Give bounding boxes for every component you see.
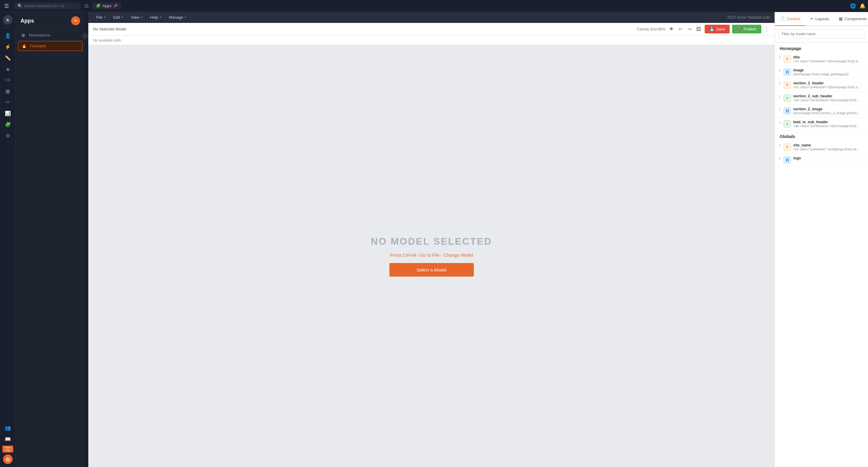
drag-handle[interactable]: ⠿ [778, 120, 781, 125]
div-icon: ≡ [784, 94, 791, 101]
left-panel-header: Apps + [16, 12, 85, 30]
list-item[interactable]: ⠿ T section_2_header <h1 class="pvlHeade… [775, 79, 868, 92]
item-name: title [793, 55, 864, 59]
item-value: <h1 class="pvlHeader">{{homepage.first()… [793, 85, 864, 89]
drag-handle[interactable]: ⠿ [778, 68, 781, 73]
item-value: <div class="pvlTextarea">{{homepage.firs… [793, 124, 864, 128]
chart-icon-btn[interactable]: ▦ [4, 87, 12, 96]
select-model-button[interactable]: Select a Model [390, 263, 474, 277]
brush-icon-btn[interactable]: ✏️ [3, 53, 13, 63]
lightning-icon-btn[interactable]: ⚡ [3, 42, 13, 52]
tab-label: Apps [102, 4, 112, 8]
filter-button[interactable]: ⚖ [84, 3, 89, 9]
drag-handle[interactable]: ⠿ [778, 55, 781, 60]
item-text: lead_in_sub_header <div class="pvlTextar… [793, 120, 864, 128]
list-item[interactable]: ⠿ T title <h1 class="pvlHeader">{{homepa… [775, 53, 868, 66]
item-name: image [793, 68, 864, 72]
power-button[interactable]: ⏻ [3, 454, 13, 464]
settings-icon-btn[interactable]: ⚙ [4, 131, 12, 141]
tab-content[interactable]: 📄 Content [775, 12, 805, 26]
help-menu[interactable]: Help ▼ [147, 14, 165, 21]
no-model-hint: Press Ctrl+M / Go to File - Change Model [390, 252, 473, 258]
file-menu[interactable]: File ▼ [93, 14, 109, 21]
undo-button[interactable]: ↩ [678, 25, 684, 33]
drag-handle[interactable]: ⠿ [778, 156, 781, 161]
canvas-main: NO MODEL SELECTED Press Ctrl+M / Go to F… [88, 45, 775, 467]
menu-bar: File ▼ Edit ▼ View ▼ Help ▼ Manage ▼ [88, 12, 775, 23]
globe-icon[interactable]: 🌐 [850, 3, 856, 9]
item-value: {{homepage.first().image.getImage()}} [793, 72, 864, 76]
sidebar-bottom: 👥 📖 #528e 02ae ⏻ [2, 423, 13, 464]
homepage-section-title: Homepage [775, 42, 868, 53]
type-icon: T [784, 144, 791, 151]
view-menu[interactable]: View ▼ [128, 14, 146, 21]
model-filter-input[interactable] [778, 30, 864, 38]
pin-icon: 📌 [113, 4, 118, 8]
collapse-panel-button[interactable]: ‹ [82, 33, 88, 39]
item-value: <h1 class="pvlHeader">{{homepage.first()… [793, 59, 864, 63]
badge-line2: 02ae [3, 449, 13, 452]
publish-label: Publish [744, 27, 756, 31]
avatar[interactable]: A [3, 15, 13, 25]
search-input[interactable] [24, 4, 78, 8]
save-label: Save [716, 27, 725, 31]
list-item[interactable]: ⠿ 🖼 image {{homepage.first().image.getIm… [775, 66, 868, 79]
path-text: No available path. [93, 38, 122, 42]
manage-label: Manage [169, 15, 183, 20]
item-name: lead_in_sub_header [793, 120, 864, 124]
list-item[interactable]: ⠿ ≡ lead_in_sub_header <div class="pvlTe… [775, 118, 868, 130]
content-tab-label: Content [786, 17, 801, 21]
list-item[interactable]: ⠿ 🖼 section_2_image {{homepage.first().s… [775, 104, 868, 118]
canvas-size-label: Canvas Size:80% [637, 27, 665, 31]
list-item[interactable]: ⠿ ≡ section_2_sub_header <div class="pvl… [775, 92, 868, 104]
item-text: title <h1 class="pvlHeader">{{homepage.f… [793, 55, 864, 63]
apps-tab[interactable]: 🧩 Apps 📌 [92, 2, 121, 9]
item-text: section_2_image {{homepage.first().secti… [793, 107, 864, 115]
instance-title: TEST Acme Template (LB) [727, 15, 770, 20]
right-panel: 📄 Content ✂ Layouts ▦ Components Homepag… [775, 12, 868, 467]
item-text: section_2_sub_header <div class="pvlText… [793, 94, 864, 102]
sidebar-item-marketplace[interactable]: ▦ Marketplace [16, 30, 85, 40]
tools-icon-btn[interactable]: ✂ [4, 98, 11, 107]
publish-button[interactable]: 🚀 Publish [732, 25, 761, 33]
tab-layouts[interactable]: ✂ Layouts [805, 12, 834, 26]
list-item[interactable]: ⠿ T site_name <h1 class="pvlHeader">{{cl… [775, 141, 868, 154]
edit-menu[interactable]: Edit ▼ [110, 14, 127, 21]
search-icon: 🔍 [18, 4, 22, 8]
add-app-button[interactable]: + [71, 16, 80, 25]
bell-icon[interactable]: 🔔 [860, 3, 866, 9]
person-icon-btn[interactable]: 👤 [3, 31, 13, 40]
drag-handle[interactable]: ⠿ [778, 143, 781, 148]
layouts-tab-label: Layouts [815, 17, 830, 21]
more-options-button[interactable]: ⋮ [764, 26, 770, 33]
item-text: section_2_header <h1 class="pvlHeader">{… [793, 81, 864, 89]
hamburger-button[interactable]: ☰ [2, 1, 11, 10]
code-icon-btn[interactable]: <> [3, 75, 12, 85]
puzzle-icon-btn[interactable]: 🧩 [3, 120, 13, 129]
right-panel-content: Homepage ⠿ T title <h1 class="pvlHeader"… [775, 42, 868, 467]
search-bar: 🔍 [14, 2, 81, 9]
edit-label: Edit [113, 15, 120, 20]
list-item[interactable]: ⠿ 🖼 logo [775, 154, 868, 166]
drag-handle[interactable]: ⠿ [778, 94, 781, 99]
item-value: <h1 class="pvlHeader">{{clippings.first(… [793, 147, 864, 151]
user-badge: #528e 02ae [2, 446, 13, 453]
help-label: Help [150, 15, 158, 20]
drag-handle[interactable]: ⠿ [778, 107, 781, 112]
components-tab-label: Components [844, 17, 867, 21]
book-icon-btn[interactable]: 📖 [3, 434, 13, 444]
image-icon: 🖼 [784, 156, 791, 164]
tab-components[interactable]: ▦ Components [834, 12, 868, 26]
save-button[interactable]: 💾 Save [705, 25, 730, 33]
image-button[interactable]: 🖼 [695, 25, 702, 33]
layers-icon-btn[interactable]: ◈ [4, 64, 11, 74]
drag-handle[interactable]: ⠿ [778, 81, 781, 86]
sidebar-item-freestyle[interactable]: 🔥 Freestyle [18, 41, 83, 51]
item-name: site_name [793, 143, 864, 147]
manage-menu[interactable]: Manage ▼ [166, 14, 190, 21]
redo-button[interactable]: ↪ [686, 25, 692, 33]
bar-chart-icon-btn[interactable]: 📊 [3, 109, 13, 118]
manage-chevron: ▼ [184, 16, 187, 19]
add-user-icon-btn[interactable]: 👥 [3, 423, 13, 433]
eye-button[interactable]: 👁 [669, 27, 674, 32]
